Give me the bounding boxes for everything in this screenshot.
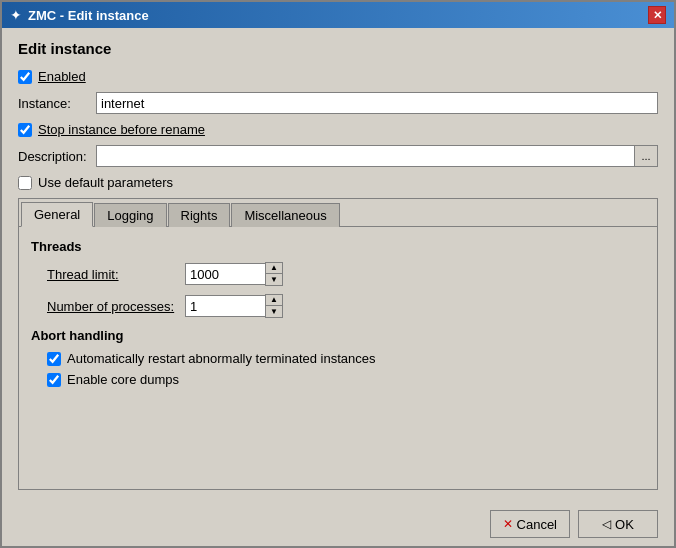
- auto-restart-row: Automatically restart abnormally termina…: [31, 351, 645, 366]
- num-processes-input[interactable]: [185, 295, 265, 317]
- use-default-label-text: Use default parameters: [38, 175, 173, 190]
- window-icon: ✦: [10, 7, 22, 23]
- description-input[interactable]: [96, 145, 634, 167]
- auto-restart-label-text: Automatically restart abnormally termina…: [67, 351, 376, 366]
- enable-core-label-text: Enable core dumps: [67, 372, 179, 387]
- enabled-label-text: Enabled: [38, 69, 86, 84]
- dialog-footer: ✕ Cancel ◁ OK: [2, 502, 674, 546]
- description-wrapper: ...: [96, 145, 658, 167]
- dialog-title: Edit instance: [18, 40, 658, 57]
- thread-limit-down-btn[interactable]: ▼: [266, 274, 282, 285]
- cancel-button[interactable]: ✕ Cancel: [490, 510, 570, 538]
- dialog-content: Edit instance Enabled Instance: Stop ins…: [2, 28, 674, 502]
- description-row: Description: ...: [18, 145, 658, 167]
- title-bar: ✦ ZMC - Edit instance ✕: [2, 2, 674, 28]
- tab-general[interactable]: General: [21, 202, 93, 227]
- tab-logging-label: Logging: [107, 208, 153, 223]
- stop-instance-label-text: Stop instance before rename: [38, 122, 205, 137]
- description-label: Description:: [18, 149, 88, 164]
- enabled-row: Enabled: [18, 69, 658, 84]
- use-default-label[interactable]: Use default parameters: [38, 175, 173, 190]
- thread-limit-row: Thread limit: ▲ ▼: [31, 262, 645, 286]
- title-bar-left: ✦ ZMC - Edit instance: [10, 7, 149, 23]
- ok-icon: ◁: [602, 517, 611, 531]
- enable-core-label[interactable]: Enable core dumps: [67, 372, 179, 387]
- main-window: ✦ ZMC - Edit instance ✕ Edit instance En…: [0, 0, 676, 548]
- enable-core-row: Enable core dumps: [31, 372, 645, 387]
- ok-label: OK: [615, 517, 634, 532]
- ok-button[interactable]: ◁ OK: [578, 510, 658, 538]
- instance-input[interactable]: [96, 92, 658, 114]
- thread-limit-label: Thread limit:: [47, 267, 177, 282]
- enabled-checkbox[interactable]: [18, 70, 32, 84]
- num-processes-label: Number of processes:: [47, 299, 177, 314]
- thread-limit-up-btn[interactable]: ▲: [266, 263, 282, 274]
- tab-bar: General Logging Rights Miscellaneous: [19, 199, 657, 226]
- tab-miscellaneous[interactable]: Miscellaneous: [231, 203, 339, 227]
- num-processes-spinner-btns: ▲ ▼: [265, 294, 283, 318]
- stop-instance-row: Stop instance before rename: [18, 122, 658, 137]
- tab-miscellaneous-label: Miscellaneous: [244, 208, 326, 223]
- close-button[interactable]: ✕: [648, 6, 666, 24]
- abort-section-title: Abort handling: [31, 328, 645, 343]
- num-processes-row: Number of processes: ▲ ▼: [31, 294, 645, 318]
- thread-limit-spinner-btns: ▲ ▼: [265, 262, 283, 286]
- tab-logging[interactable]: Logging: [94, 203, 166, 227]
- description-ellipsis-button[interactable]: ...: [634, 145, 658, 167]
- thread-limit-input[interactable]: [185, 263, 265, 285]
- cancel-icon: ✕: [503, 517, 513, 531]
- num-processes-label-text: Number of processes:: [47, 299, 174, 314]
- auto-restart-checkbox[interactable]: [47, 352, 61, 366]
- use-default-checkbox[interactable]: [18, 176, 32, 190]
- num-processes-spinner: ▲ ▼: [185, 294, 283, 318]
- num-processes-up-btn[interactable]: ▲: [266, 295, 282, 306]
- thread-limit-spinner: ▲ ▼: [185, 262, 283, 286]
- tab-container: General Logging Rights Miscellaneous Thr…: [18, 198, 658, 490]
- auto-restart-label[interactable]: Automatically restart abnormally termina…: [67, 351, 376, 366]
- instance-label: Instance:: [18, 96, 88, 111]
- cancel-label: Cancel: [517, 517, 557, 532]
- instance-row: Instance:: [18, 92, 658, 114]
- tab-content-general: Threads Thread limit: ▲ ▼: [19, 226, 657, 489]
- thread-limit-label-text: Thread limit:: [47, 267, 119, 282]
- tab-general-label: General: [34, 207, 80, 222]
- enable-core-checkbox[interactable]: [47, 373, 61, 387]
- use-default-row: Use default parameters: [18, 175, 658, 190]
- stop-instance-label[interactable]: Stop instance before rename: [38, 122, 205, 137]
- num-processes-down-btn[interactable]: ▼: [266, 306, 282, 317]
- window-title: ZMC - Edit instance: [28, 8, 149, 23]
- tab-rights[interactable]: Rights: [168, 203, 231, 227]
- threads-section-title: Threads: [31, 239, 645, 254]
- stop-instance-checkbox[interactable]: [18, 123, 32, 137]
- enabled-label[interactable]: Enabled: [38, 69, 86, 84]
- tab-rights-label: Rights: [181, 208, 218, 223]
